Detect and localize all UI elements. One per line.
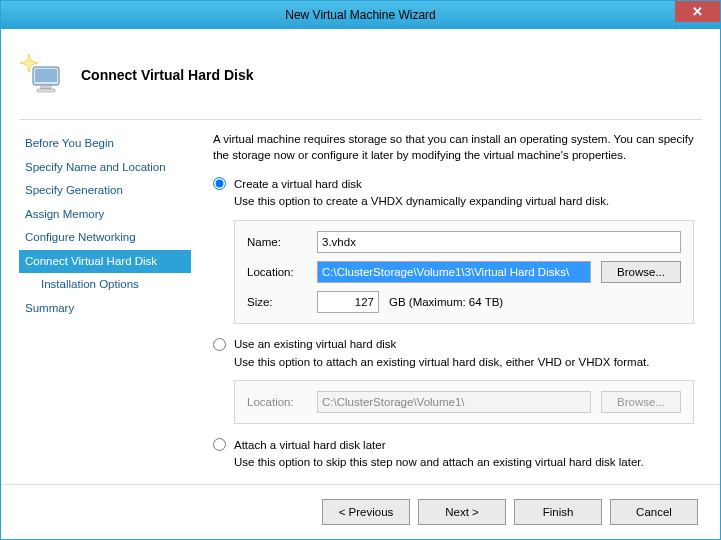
close-icon: ✕ — [692, 4, 703, 19]
size-unit-text: GB (Maximum: 64 TB) — [389, 296, 503, 308]
sidebar-item-summary[interactable]: Summary — [19, 297, 191, 321]
wizard-sidebar: Before You Begin Specify Name and Locati… — [1, 132, 191, 484]
titlebar[interactable]: New Virtual Machine Wizard ✕ — [1, 1, 720, 29]
page-title: Connect Virtual Hard Disk — [81, 67, 253, 83]
wizard-window: New Virtual Machine Wizard ✕ Connect Vir… — [0, 0, 721, 540]
name-label: Name: — [247, 236, 307, 248]
size-label: Size: — [247, 296, 307, 308]
option-create-vhd-desc: Use this option to create a VHDX dynamic… — [234, 194, 694, 210]
wizard-body: Before You Begin Specify Name and Locati… — [1, 120, 720, 484]
option-use-existing-desc: Use this option to attach an existing vi… — [234, 355, 694, 371]
wizard-icon — [19, 51, 67, 99]
create-vhd-panel: Name: Location: Browse... Size: GB (Maxi… — [234, 220, 694, 324]
svg-rect-4 — [37, 89, 55, 92]
existing-location-label: Location: — [247, 396, 307, 408]
previous-button[interactable]: < Previous — [322, 499, 410, 525]
sidebar-item-installation-options[interactable]: Installation Options — [19, 273, 191, 297]
location-label: Location: — [247, 266, 307, 278]
browse-button[interactable]: Browse... — [601, 261, 681, 283]
wizard-header: Connect Virtual Hard Disk — [1, 29, 720, 111]
svg-rect-3 — [41, 85, 51, 89]
vhd-location-input[interactable] — [317, 261, 591, 283]
vhd-size-input[interactable] — [317, 291, 379, 313]
vhd-name-input[interactable] — [317, 231, 681, 253]
radio-use-existing-label: Use an existing virtual hard disk — [234, 338, 396, 350]
option-create-vhd: Create a virtual hard disk Use this opti… — [213, 177, 694, 324]
use-existing-panel: Location: Browse... — [234, 380, 694, 424]
option-attach-later-desc: Use this option to skip this step now an… — [234, 455, 694, 471]
intro-text: A virtual machine requires storage so th… — [213, 132, 694, 163]
cancel-button[interactable]: Cancel — [610, 499, 698, 525]
wizard-footer: < Previous Next > Finish Cancel — [1, 484, 720, 539]
sidebar-item-specify-name[interactable]: Specify Name and Location — [19, 156, 191, 180]
sidebar-item-configure-networking[interactable]: Configure Networking — [19, 226, 191, 250]
option-attach-later: Attach a virtual hard disk later Use thi… — [213, 438, 694, 471]
browse-existing-button: Browse... — [601, 391, 681, 413]
existing-location-input — [317, 391, 591, 413]
sidebar-item-assign-memory[interactable]: Assign Memory — [19, 203, 191, 227]
sidebar-item-before-you-begin[interactable]: Before You Begin — [19, 132, 191, 156]
option-use-existing: Use an existing virtual hard disk Use th… — [213, 338, 694, 425]
window-title: New Virtual Machine Wizard — [285, 8, 436, 22]
wizard-content: A virtual machine requires storage so th… — [191, 132, 720, 484]
radio-attach-later[interactable] — [213, 438, 226, 451]
svg-rect-2 — [35, 69, 57, 82]
radio-create-vhd[interactable] — [213, 177, 226, 190]
close-button[interactable]: ✕ — [675, 1, 720, 22]
radio-use-existing[interactable] — [213, 338, 226, 351]
radio-create-vhd-label: Create a virtual hard disk — [234, 178, 362, 190]
next-button[interactable]: Next > — [418, 499, 506, 525]
radio-attach-later-label: Attach a virtual hard disk later — [234, 439, 386, 451]
sidebar-item-specify-generation[interactable]: Specify Generation — [19, 179, 191, 203]
sidebar-item-connect-vhd[interactable]: Connect Virtual Hard Disk — [19, 250, 191, 274]
finish-button[interactable]: Finish — [514, 499, 602, 525]
